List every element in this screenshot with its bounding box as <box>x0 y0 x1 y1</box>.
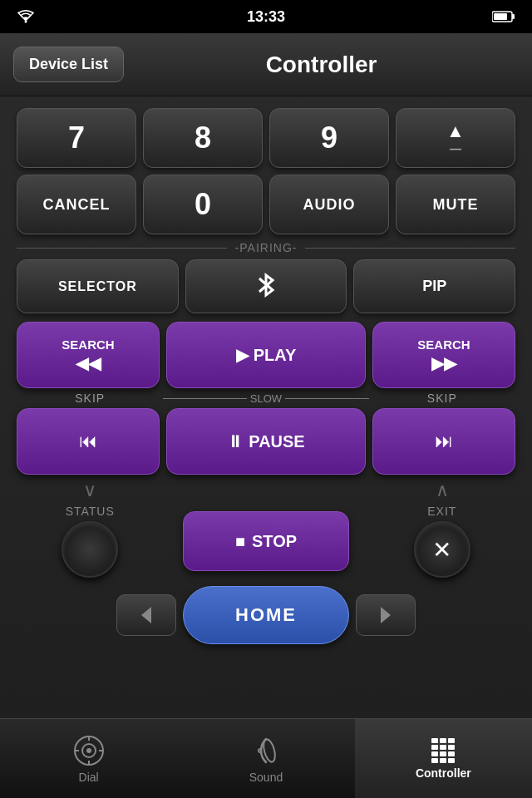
play-button[interactable]: ▶ PLAY <box>166 322 366 388</box>
controller-icon <box>431 738 455 763</box>
vol-down-button[interactable]: ▲ — <box>396 108 515 168</box>
svg-point-8 <box>86 748 91 753</box>
pause-button[interactable]: ⏸ PAUSE <box>166 408 366 475</box>
tab-bar: Dial Sound Controller <box>0 718 532 798</box>
num-0-button[interactable]: 0 <box>143 175 263 234</box>
exit-area: EXIT ✕ <box>369 505 515 578</box>
skip-fwd-button[interactable]: ⏭ <box>372 408 515 475</box>
num-8-button[interactable]: 8 <box>143 108 263 168</box>
pause-icon: ⏸ <box>227 432 244 451</box>
nav-right-icon <box>374 603 397 627</box>
search-fwd-label: SEARCH <box>417 337 470 352</box>
stop-icon: ■ <box>235 532 245 551</box>
arrow-down-left: ∨ <box>17 480 163 501</box>
status-knob[interactable] <box>62 521 118 578</box>
pip-button[interactable]: PIP <box>353 259 515 313</box>
numpad-row: 7 8 9 ▲ — <box>17 96 515 168</box>
tab-sound-label: Sound <box>249 771 283 784</box>
audio-button[interactable]: AUDIO <box>269 175 389 234</box>
status-icons-right <box>492 10 515 23</box>
selector-row: SELECTOR PIP <box>17 259 515 313</box>
status-label: STATUS <box>66 505 115 518</box>
status-bar: 13:33 <box>0 0 532 33</box>
arrow-row: ∨ ∧ <box>17 480 515 501</box>
tab-sound[interactable]: Sound <box>177 719 354 798</box>
dial-icon <box>72 734 106 767</box>
remote-body: 7 8 9 ▲ — CANCEL 0 AUDIO MUTE -PAIRING- … <box>0 96 532 798</box>
slow-label: SLOW <box>163 392 368 405</box>
pause-label: PAUSE <box>249 432 304 451</box>
stop-center: ■ STOP <box>163 511 368 571</box>
pairing-line-right <box>305 248 515 249</box>
tab-dial-label: Dial <box>79 771 99 784</box>
pause-row: ⏮ ⏸ PAUSE ⏭ <box>17 408 515 475</box>
svg-rect-3 <box>494 13 507 20</box>
nav-left-icon <box>135 603 158 627</box>
skip-back-icon: ⏮ <box>79 431 97 452</box>
battery-icon <box>492 10 515 23</box>
slow-text: SLOW <box>247 392 285 405</box>
tab-controller-label: Controller <box>416 766 471 780</box>
slow-line-right <box>285 398 368 399</box>
skip-slow-labels: SKIP SLOW SKIP <box>17 392 515 405</box>
vol-triangle-icon: ▲ <box>446 121 465 142</box>
cancel-button[interactable]: CANCEL <box>17 175 136 234</box>
num-9-button[interactable]: 9 <box>269 108 389 168</box>
tab-dial[interactable]: Dial <box>0 719 177 798</box>
wifi-icon <box>17 10 35 23</box>
page-title: Controller <box>124 52 519 78</box>
selector-button[interactable]: SELECTOR <box>17 259 179 313</box>
status-icons-left <box>17 10 35 23</box>
middle-row: CANCEL 0 AUDIO MUTE <box>17 175 515 234</box>
stop-label: STOP <box>252 532 297 551</box>
tab-controller[interactable]: Controller <box>355 719 532 798</box>
exit-label: EXIT <box>427 505 456 518</box>
search-fwd-button[interactable]: SEARCH ▶▶ <box>372 322 515 388</box>
status-time: 13:33 <box>247 8 285 26</box>
search-back-button[interactable]: SEARCH ◀◀ <box>17 322 160 388</box>
home-row: HOME <box>17 586 515 644</box>
pairing-line-left <box>17 248 227 249</box>
search-fwd-icon: ▶▶ <box>431 353 456 373</box>
vol-minus-icon: — <box>450 142 461 155</box>
slow-line-left <box>163 398 246 399</box>
svg-point-0 <box>25 21 27 23</box>
num-7-button[interactable]: 7 <box>17 108 136 168</box>
search-back-icon: ◀◀ <box>76 353 101 373</box>
pairing-label: -PAIRING- <box>227 241 306 254</box>
sound-icon <box>251 734 281 767</box>
exit-x-icon: ✕ <box>432 536 451 564</box>
stop-button[interactable]: ■ STOP <box>183 511 349 571</box>
svg-marker-5 <box>381 607 391 623</box>
skip-right-label: SKIP <box>369 392 515 405</box>
play-icon: ▶ <box>236 345 249 365</box>
header: Device List Controller <box>0 33 532 96</box>
pairing-label-row: -PAIRING- <box>17 241 515 254</box>
search-back-label: SEARCH <box>62 337 114 352</box>
nav-left-button[interactable] <box>116 594 176 636</box>
status-area: STATUS <box>17 505 163 578</box>
skip-fwd-icon: ⏭ <box>435 431 453 452</box>
home-button[interactable]: HOME <box>183 586 349 644</box>
svg-rect-2 <box>512 14 515 19</box>
svg-marker-4 <box>141 607 151 623</box>
arrow-up-right: ∧ <box>369 480 515 501</box>
skip-left-label: SKIP <box>17 392 163 405</box>
nav-right-button[interactable] <box>356 594 416 636</box>
device-list-button[interactable]: Device List <box>13 47 124 82</box>
exit-button[interactable]: ✕ <box>414 521 470 578</box>
mute-button[interactable]: MUTE <box>396 175 515 234</box>
skip-back-button[interactable]: ⏮ <box>17 408 160 475</box>
status-exit-row: STATUS ■ STOP EXIT ✕ <box>17 505 515 578</box>
bluetooth-icon <box>254 272 278 302</box>
bluetooth-button[interactable] <box>185 259 347 313</box>
play-row: SEARCH ◀◀ ▶ PLAY SEARCH ▶▶ <box>17 322 515 388</box>
play-label: PLAY <box>254 346 297 365</box>
